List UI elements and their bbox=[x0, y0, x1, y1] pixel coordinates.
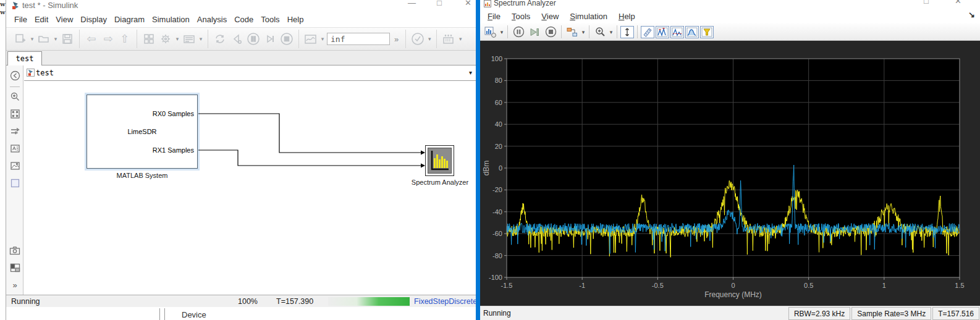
stop-button[interactable] bbox=[279, 32, 294, 46]
step-back-button[interactable] bbox=[229, 32, 244, 46]
menu-view[interactable]: View bbox=[56, 15, 73, 24]
distortion-measurements-button[interactable] bbox=[670, 26, 684, 38]
subsystem-icon[interactable] bbox=[6, 263, 23, 272]
minimize-button[interactable]: — bbox=[408, 0, 416, 7]
zoom-in-button[interactable] bbox=[593, 25, 607, 39]
menu-diagram[interactable]: Diagram bbox=[114, 15, 145, 24]
channel-measurements-button[interactable] bbox=[685, 26, 699, 38]
spectrum-settings-button[interactable] bbox=[483, 25, 498, 39]
model-explorer-dropdown[interactable]: ▾ bbox=[198, 36, 203, 42]
new-model-dropdown[interactable]: ▾ bbox=[30, 36, 35, 42]
x-tick-label: 0.5 bbox=[804, 282, 813, 289]
zoom-dropdown[interactable]: ▾ bbox=[609, 29, 614, 35]
menu-help[interactable]: Help bbox=[619, 12, 635, 21]
spectrum-plot-area[interactable]: -1.5-1-0.500.511.5100806040200-20-40-60-… bbox=[480, 41, 980, 306]
forward-button[interactable]: ⇨ bbox=[101, 32, 116, 46]
menu-analysis[interactable]: Analysis bbox=[197, 15, 227, 24]
update-diagram-button[interactable] bbox=[213, 32, 227, 46]
menu-view[interactable]: View bbox=[541, 12, 559, 21]
cursor-measurements-button[interactable] bbox=[641, 26, 654, 38]
spectrum-analyzer-block[interactable] bbox=[425, 145, 454, 176]
maximize-button[interactable]: □ bbox=[924, 0, 929, 6]
spectrum-menubar: File Tools View Simulation Help ↘ bbox=[480, 9, 980, 23]
fit-to-view-icon[interactable] bbox=[6, 109, 23, 119]
y-tick-label: -60 bbox=[492, 230, 502, 237]
window-title: test * - Simulink bbox=[22, 1, 78, 10]
build-button[interactable] bbox=[441, 32, 456, 46]
window-accent-border bbox=[476, 0, 480, 320]
stop-button[interactable] bbox=[543, 25, 558, 39]
full-span-button[interactable] bbox=[620, 26, 634, 38]
x-tick-label: -0.5 bbox=[652, 282, 664, 289]
stop-time-input[interactable] bbox=[327, 33, 390, 45]
simulation-pacing-button[interactable] bbox=[303, 32, 318, 46]
step-forward-button[interactable] bbox=[263, 32, 277, 46]
model-canvas[interactable]: test ▾ RX0 Samples LimeSDR RX1 Samples M… bbox=[24, 65, 476, 295]
close-button[interactable]: ✕ bbox=[955, 0, 961, 6]
simulation-pacing-dropdown[interactable]: ▾ bbox=[320, 36, 325, 42]
model-advisor-dropdown[interactable]: ▾ bbox=[427, 36, 432, 42]
pause-button[interactable] bbox=[511, 25, 526, 39]
menu-simulation[interactable]: Simulation bbox=[152, 15, 190, 24]
save-button[interactable] bbox=[60, 32, 75, 46]
menu-edit[interactable]: Edit bbox=[35, 15, 48, 24]
model-advisor-check-button[interactable] bbox=[410, 32, 425, 46]
simulink-main-area: » test ▾ RX0 Samples LimeSDR RX1 Samples bbox=[6, 65, 476, 295]
maximize-button[interactable]: □ bbox=[437, 0, 442, 7]
x-axis-label: Frequency (MHz) bbox=[704, 290, 762, 299]
model-tab-test[interactable]: test bbox=[7, 51, 42, 65]
open-dropdown[interactable]: ▾ bbox=[53, 36, 58, 42]
annotation-icon[interactable] bbox=[6, 143, 23, 154]
back-button[interactable]: ⇦ bbox=[84, 32, 99, 46]
dock-figure-icon[interactable]: ↘ bbox=[968, 10, 975, 19]
highlight-connected-blocks-button[interactable] bbox=[565, 25, 580, 39]
y-axis-label: dBm bbox=[482, 161, 491, 176]
screenshot-camera-icon[interactable] bbox=[6, 246, 23, 255]
spectral-mask-button[interactable] bbox=[700, 26, 714, 38]
background-device-text: Device bbox=[182, 310, 206, 319]
spectrum-analyzer-window: Spectrum Analyzer □ ✕ File Tools View Si… bbox=[476, 0, 980, 320]
up-to-parent-button[interactable]: ⇧ bbox=[117, 32, 132, 46]
open-button[interactable] bbox=[36, 32, 51, 46]
x-tick-label: -1 bbox=[579, 282, 585, 289]
menu-help[interactable]: Help bbox=[287, 15, 304, 24]
model-settings-dropdown[interactable]: ▾ bbox=[175, 36, 180, 42]
highlight-connected-dropdown[interactable]: ▾ bbox=[581, 29, 586, 35]
diagram-area[interactable]: RX0 Samples LimeSDR RX1 Samples MATLAB S… bbox=[24, 81, 476, 295]
hide-explorer-bar-button[interactable] bbox=[6, 70, 23, 81]
area-box-icon[interactable] bbox=[6, 178, 23, 188]
menu-tools[interactable]: Tools bbox=[261, 15, 279, 24]
sample-rate-value: Sample Rate=3 MHz bbox=[851, 307, 931, 320]
peak-finder-button[interactable] bbox=[656, 26, 669, 38]
image-annotation-icon[interactable] bbox=[6, 161, 23, 171]
menu-file[interactable]: File bbox=[488, 12, 501, 21]
model-explorer-button[interactable] bbox=[182, 32, 196, 46]
close-button[interactable]: ✕ bbox=[465, 0, 471, 7]
simulink-window: test * - Simulink — □ ✕ File Edit View D… bbox=[6, 0, 476, 307]
breadcrumb[interactable]: test bbox=[36, 69, 54, 77]
build-dropdown[interactable]: ▾ bbox=[458, 36, 463, 42]
menu-code[interactable]: Code bbox=[234, 15, 253, 24]
menu-tools[interactable]: Tools bbox=[512, 12, 530, 21]
model-settings-gear-button[interactable] bbox=[158, 32, 173, 46]
menu-display[interactable]: Display bbox=[80, 15, 107, 24]
toolbar-overflow-chevron[interactable]: » bbox=[392, 35, 401, 44]
pause-button[interactable] bbox=[246, 32, 261, 46]
library-browser-button[interactable] bbox=[142, 32, 156, 46]
block-caption: Spectrum Analyzer bbox=[403, 179, 476, 187]
simulink-titlebar[interactable]: test * - Simulink — □ ✕ bbox=[6, 0, 476, 11]
y-tick-label: 80 bbox=[495, 77, 502, 84]
zoom-tool-icon[interactable] bbox=[6, 91, 23, 102]
menu-file[interactable]: File bbox=[14, 15, 27, 24]
edge-text: w bbox=[0, 9, 6, 15]
y-tick-label: 100 bbox=[491, 55, 502, 62]
signal-routing-icon[interactable] bbox=[6, 126, 23, 137]
spectrum-settings-dropdown[interactable]: ▾ bbox=[499, 29, 504, 35]
breadcrumb-dropdown[interactable]: ▾ bbox=[469, 69, 472, 76]
solver-name[interactable]: FixedStepDiscrete bbox=[414, 297, 477, 306]
palette-overflow-chevron[interactable]: » bbox=[6, 280, 23, 290]
menu-simulation[interactable]: Simulation bbox=[570, 12, 607, 21]
step-forward-button[interactable] bbox=[527, 25, 542, 39]
new-model-button[interactable] bbox=[13, 32, 28, 46]
spectrum-titlebar[interactable]: Spectrum Analyzer □ ✕ bbox=[480, 0, 980, 9]
